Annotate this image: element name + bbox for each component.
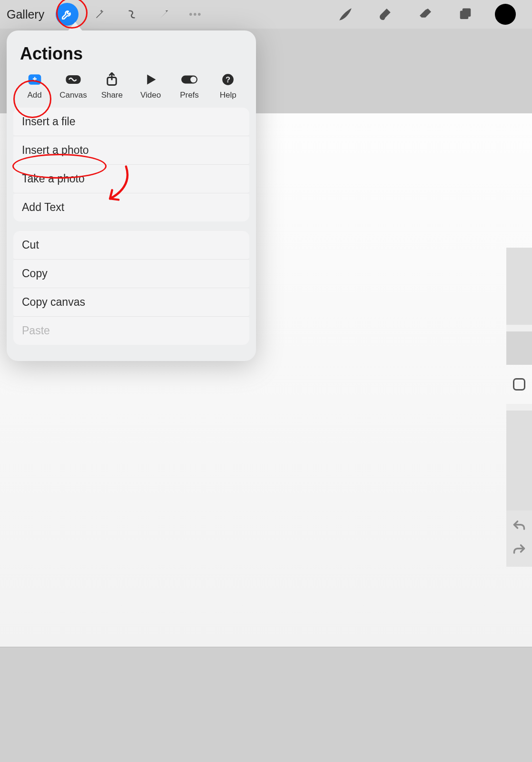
item-insert-photo[interactable]: Insert a photo: [13, 136, 249, 165]
tab-label: Share: [101, 90, 123, 100]
help-icon: ?: [222, 73, 234, 86]
item-cut[interactable]: Cut: [13, 231, 249, 260]
toolbar-right-group: [325, 3, 525, 26]
opacity-slider[interactable]: [506, 404, 532, 511]
smudge-button[interactable]: [374, 3, 397, 26]
tab-share[interactable]: Share: [93, 72, 131, 100]
adjust-wand-button[interactable]: [88, 3, 111, 26]
add-image-icon: [27, 72, 42, 87]
layers-icon: [458, 7, 473, 21]
tab-help[interactable]: ? Help: [209, 72, 247, 100]
svg-point-8: [190, 77, 197, 83]
select-icon: [127, 9, 137, 20]
item-add-text[interactable]: Add Text: [13, 193, 249, 221]
brush-size-slider[interactable]: [506, 248, 532, 365]
eraser-button[interactable]: [414, 3, 437, 26]
slider-thumb[interactable]: [506, 404, 532, 411]
layers-button[interactable]: [454, 3, 477, 26]
svg-rect-4: [34, 77, 35, 81]
more-ellipsis-icon[interactable]: •••: [189, 9, 202, 20]
popover-title: Actions: [7, 30, 256, 70]
selection-button[interactable]: [120, 3, 143, 26]
actions-list: Insert a file Insert a photo Take a phot…: [13, 108, 249, 345]
tab-label: Prefs: [180, 90, 199, 100]
item-copy[interactable]: Copy: [13, 260, 249, 288]
undo-redo-group: [506, 511, 532, 567]
wrench-icon: [61, 8, 73, 20]
modify-square-button[interactable]: [513, 378, 525, 391]
svg-rect-1: [463, 9, 471, 17]
gallery-button[interactable]: Gallery: [7, 8, 44, 21]
share-icon: [106, 72, 118, 87]
item-paste: Paste: [13, 317, 249, 345]
tab-label: Canvas: [59, 90, 87, 100]
item-copy-canvas[interactable]: Copy canvas: [13, 288, 249, 317]
actions-tabs: Add Canvas Share Video Prefs ? Help: [7, 70, 256, 108]
canvas-icon: [65, 73, 81, 86]
tab-prefs[interactable]: Prefs: [170, 72, 208, 100]
tab-canvas[interactable]: Canvas: [54, 72, 92, 100]
svg-text:?: ?: [226, 75, 230, 84]
video-play-icon: [145, 73, 157, 86]
list-group-insert: Insert a file Insert a photo Take a phot…: [13, 108, 249, 221]
smudge-icon: [378, 7, 393, 22]
undo-icon[interactable]: [512, 520, 526, 531]
tab-label: Help: [220, 90, 236, 100]
tab-label: Add: [28, 90, 42, 100]
actions-popover: Actions Add Canvas Share Video Prefs: [7, 30, 256, 361]
color-swatch-button[interactable]: [494, 3, 517, 26]
tab-add[interactable]: Add: [15, 72, 54, 100]
arrow-icon: [159, 9, 169, 20]
slider-thumb[interactable]: [506, 325, 532, 331]
redo-icon[interactable]: [512, 544, 526, 555]
brush-icon: [337, 6, 354, 22]
color-swatch-icon: [495, 4, 516, 25]
tab-video[interactable]: Video: [131, 72, 170, 100]
transform-arrow-button[interactable]: [153, 3, 176, 26]
item-insert-file[interactable]: Insert a file: [13, 108, 249, 136]
eraser-icon: [418, 7, 433, 22]
toggle-icon: [181, 74, 198, 85]
tab-label: Video: [140, 90, 161, 100]
right-side-panel: [506, 248, 532, 583]
actions-popover-wrap: Actions Add Canvas Share Video Prefs: [7, 30, 256, 361]
wand-icon: [94, 9, 105, 20]
item-take-photo[interactable]: Take a photo: [13, 165, 249, 193]
brush-button[interactable]: [334, 3, 357, 26]
bottom-strip: [0, 647, 532, 762]
list-group-clipboard: Cut Copy Copy canvas Paste: [13, 231, 249, 345]
